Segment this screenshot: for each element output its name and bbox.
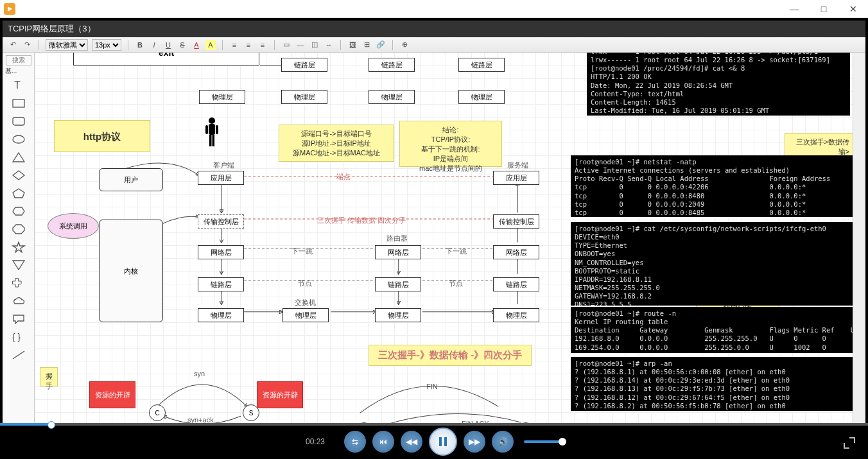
play-pause-button[interactable] bbox=[429, 428, 457, 456]
shape-rounded-icon[interactable] bbox=[7, 113, 30, 130]
shape-callout-icon[interactable] bbox=[7, 311, 30, 327]
svg-line-13 bbox=[13, 351, 24, 359]
client-app[interactable]: 应用层 bbox=[198, 171, 244, 185]
underline-icon[interactable]: U bbox=[163, 40, 173, 50]
client-link[interactable]: 链路层 bbox=[198, 277, 244, 291]
prev-button[interactable]: ⏮ bbox=[372, 431, 394, 453]
shape-star-icon[interactable] bbox=[7, 239, 30, 255]
server-app[interactable]: 应用层 bbox=[493, 171, 539, 185]
client-phys[interactable]: 物理层 bbox=[198, 308, 244, 322]
server-trans[interactable]: 传输控制层 bbox=[493, 214, 539, 229]
client-trans-selected[interactable]: 传输控制层 bbox=[198, 214, 244, 229]
oval-syscall[interactable]: 系统调用 bbox=[48, 213, 99, 239]
connector-icon[interactable]: ↔ bbox=[324, 40, 334, 50]
box-user[interactable]: 用户 bbox=[99, 168, 163, 191]
circle-c[interactable]: C bbox=[149, 404, 166, 421]
shape-rect-icon[interactable] bbox=[7, 95, 30, 112]
highlight-color-icon[interactable]: A bbox=[205, 40, 216, 50]
undo-icon[interactable]: ↶ bbox=[8, 40, 18, 50]
shape-diamond-icon[interactable] bbox=[7, 167, 30, 184]
svg-marker-0 bbox=[8, 6, 12, 12]
router-link[interactable]: 链路层 bbox=[375, 277, 421, 291]
redo-icon[interactable]: ↷ bbox=[22, 40, 32, 50]
shape-cross-icon[interactable] bbox=[7, 275, 30, 291]
box-phys-top-3[interactable]: 物理层 bbox=[458, 90, 505, 104]
svg-text:T: T bbox=[14, 80, 21, 91]
insert-link-icon[interactable]: 🔗 bbox=[376, 40, 386, 50]
box-link-top-2[interactable]: 链路层 bbox=[369, 58, 415, 72]
document-frame: TCPIP网络层原理（3） ↶ ↷ 微软雅黑 13px B I U S A A … bbox=[3, 21, 865, 424]
shape-cloud-icon[interactable] bbox=[7, 293, 30, 309]
zoom-icon[interactable]: ⊕ bbox=[399, 40, 410, 50]
note-handshake-side[interactable]: 握手 bbox=[40, 367, 58, 386]
box-phys-top-0[interactable]: 物理层 bbox=[199, 90, 245, 104]
app-icon bbox=[4, 3, 15, 15]
switch-phys[interactable]: 物理层 bbox=[282, 308, 329, 322]
font-family-select[interactable]: 微软雅黑 bbox=[46, 39, 88, 51]
font-size-select[interactable]: 13px bbox=[92, 39, 121, 51]
highlight-handshake[interactable]: 三次握手-》数据传输 -》四次分手 bbox=[369, 345, 532, 366]
terminal-http[interactable]: lrwx------ 1 root root 64 Jul 22 16:26 2… bbox=[587, 53, 850, 116]
align-center-icon[interactable]: ≡ bbox=[243, 40, 254, 50]
redbox-resource-2[interactable]: 资源的开辟 bbox=[257, 381, 303, 408]
server-link[interactable]: 链路层 bbox=[493, 277, 539, 291]
note-http[interactable]: http协议 bbox=[54, 120, 150, 152]
shape-pentagon-icon[interactable] bbox=[7, 185, 30, 202]
italic-icon[interactable]: I bbox=[149, 40, 159, 50]
shape-style-icon[interactable]: ◫ bbox=[309, 40, 320, 50]
expand-icon[interactable] bbox=[844, 437, 855, 449]
box-kernel[interactable]: 内核 bbox=[99, 220, 163, 322]
text-color-icon[interactable]: A bbox=[191, 40, 202, 50]
box-phys-top-1[interactable]: 物理层 bbox=[281, 90, 327, 104]
box-exit[interactable]: exit bbox=[73, 53, 259, 65]
label-server: 服务端 bbox=[507, 160, 528, 170]
right-strip bbox=[853, 53, 865, 424]
circle-s[interactable]: S bbox=[243, 404, 259, 421]
align-left-icon[interactable]: ≡ bbox=[229, 40, 239, 50]
shuffle-button[interactable]: ⇆ bbox=[344, 431, 366, 453]
note-mapping[interactable]: 源端口号->目标端口号源IP地址->目标IP地址源MAC地址->目标MAC地址 bbox=[279, 125, 394, 162]
document-title: TCPIP网络层原理（3） bbox=[3, 21, 865, 37]
insert-image-icon[interactable]: 🖼 bbox=[347, 40, 358, 50]
note-conclusion[interactable]: 结论:TCP/IP协议:基于下一跳的机制:IP是端点间mac地址是节点间的 bbox=[399, 121, 502, 167]
shape-braces-icon[interactable]: { } bbox=[7, 329, 30, 345]
server-phys[interactable]: 物理层 bbox=[493, 308, 539, 322]
bold-icon[interactable]: B bbox=[135, 40, 145, 50]
svg-marker-5 bbox=[13, 153, 24, 162]
terminal-netstat[interactable]: [root@node01 ~]# netstat -natp Active In… bbox=[571, 155, 853, 217]
rewind-button[interactable]: ◀◀ bbox=[401, 431, 422, 453]
diagram-canvas[interactable]: exit 链路层 链路层 链路层 物理层 物理层 物理层 物理层 http协议 … bbox=[35, 53, 853, 424]
router-phys[interactable]: 物理层 bbox=[375, 308, 421, 322]
line-style-icon[interactable]: — bbox=[295, 40, 306, 50]
redbox-resource-1[interactable]: 资源的开辟 bbox=[89, 381, 135, 408]
box-link-top-1[interactable]: 链路层 bbox=[281, 58, 327, 72]
server-net[interactable]: 网络层 bbox=[493, 245, 539, 259]
shape-triangle-icon[interactable] bbox=[7, 149, 30, 166]
minimize-button[interactable]: — bbox=[779, 0, 809, 18]
terminal-route[interactable]: [root@node01 ~]# route -n Kernel IP rout… bbox=[571, 307, 853, 353]
client-net[interactable]: 网络层 bbox=[198, 245, 244, 259]
strike-icon[interactable]: S bbox=[177, 40, 187, 50]
terminal-ifcfg[interactable]: [root@node01 ~]# cat /etc/sysconfig/netw… bbox=[571, 222, 853, 306]
fill-color-icon[interactable]: ▭ bbox=[281, 40, 291, 50]
align-right-icon[interactable]: ≡ bbox=[257, 40, 268, 50]
shape-search[interactable]: 搜索 bbox=[6, 55, 31, 65]
box-phys-top-2[interactable]: 物理层 bbox=[369, 90, 415, 104]
shape-octagon-icon[interactable] bbox=[7, 221, 30, 238]
box-link-top-3[interactable]: 链路层 bbox=[458, 58, 505, 72]
volume-slider[interactable] bbox=[524, 440, 562, 443]
forward-button[interactable]: ▶▶ bbox=[464, 431, 485, 453]
workspace: 搜索 基... T { } bbox=[3, 53, 865, 424]
volume-button[interactable]: 🔊 bbox=[492, 431, 514, 453]
close-button[interactable]: ✕ bbox=[838, 0, 868, 18]
maximize-button[interactable]: □ bbox=[809, 0, 838, 18]
shape-line-icon[interactable] bbox=[7, 347, 30, 363]
terminal-arp[interactable]: [root@node01 ~]# arp -an ? (192.168.8.1)… bbox=[571, 357, 853, 411]
shape-hexagon-icon[interactable] bbox=[7, 203, 30, 220]
shape-ellipse-icon[interactable] bbox=[7, 131, 30, 148]
shape-text-icon[interactable]: T bbox=[7, 77, 30, 94]
insert-table-icon[interactable]: ⊞ bbox=[361, 40, 372, 50]
progress-track[interactable] bbox=[0, 423, 868, 426]
shape-downtriangle-icon[interactable] bbox=[7, 257, 30, 273]
router-net[interactable]: 网络层 bbox=[375, 245, 421, 259]
